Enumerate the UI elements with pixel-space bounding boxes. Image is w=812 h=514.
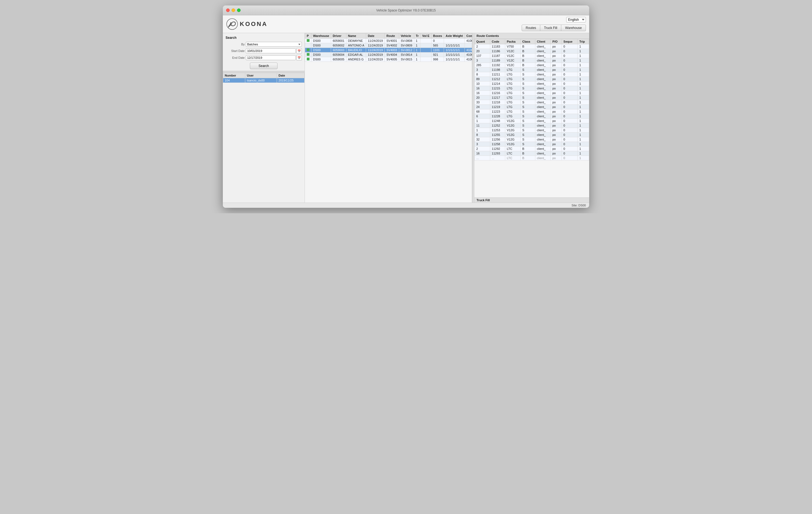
route-col-route: Route [385,33,399,38]
rc-cell-quant: 33 [475,100,490,105]
rc-row[interactable]: 3211256V12GSclient_po01 [475,137,589,142]
route-contents-table-wrap[interactable]: QuantCodePackaClassClientP/OSequeTrip 21… [474,39,589,197]
status-indicator-icon [307,53,310,56]
rc-row[interactable]: 3311218LTGSclient_po01 [475,100,589,105]
rc-cell-class: S [521,142,535,147]
rc-cell-packa: LTG [505,67,521,72]
rc-cell-po: po [551,100,561,105]
search-button[interactable]: Search [250,63,277,69]
route-cell-warehouse: DS00 [311,48,331,53]
rc-cell-trip: 1 [578,86,589,91]
logo-area: KOONA [226,18,268,30]
route-row[interactable]: DS006059003BAUDILIO11/24/2019SV4003SV-08… [305,48,472,53]
route-col-driver: Driver [331,33,346,38]
route-row[interactable]: DS006059001DEWAYNE11/24/2019SV4001SV-080… [305,38,472,43]
end-date-label: End Date [226,56,245,59]
rc-row[interactable]: 28511192V12CBclient_po01 [475,63,589,67]
title-bar: Vehicle Space Optimizer Y8.0 07E30B15 [223,5,589,15]
rc-cell-trip: 1 [578,142,589,147]
rc-cell-packa: LTG [505,109,521,114]
rc-row[interactable]: 2011186V12CBclient_po01 [475,49,589,54]
language-select[interactable]: English Spanish [566,17,586,22]
warehouse-button[interactable]: Warehouse [561,25,586,31]
rc-row[interactable]: 1111252V12GSclient_po01 [475,123,589,128]
route-cell-comentar: 41001953 [465,48,472,53]
rc-cell-class: B [521,44,535,49]
route-col-comentar: Comentar [465,33,472,38]
rc-row[interactable]: ......LTCBclient_po01 [475,156,589,161]
rc-row[interactable]: 311198LTGSclient_po01 [475,67,589,72]
rc-row[interactable]: 311189V12CBclient_po01 [475,58,589,63]
by-select[interactable]: Batches Date Driver [246,42,302,47]
rc-row[interactable]: 111248V12GSclient_po01 [475,119,589,123]
route-col-axle-weight: Axle Weight [444,33,465,38]
rc-row[interactable]: 1611215LTGSclient_po01 [475,86,589,91]
route-cell-driver: 6059004 [331,53,346,57]
rc-row[interactable]: 211183V750Bclient_po01 [475,44,589,49]
toolbar-right: English Spanish Routes Truck Fill Wareho… [522,17,586,31]
rc-cell-trip: 1 [578,91,589,95]
rc-cell-code: 11255 [490,133,505,137]
rc-cell-quant: 3 [475,67,490,72]
rc-row[interactable]: 111253V12GSclient_po01 [475,128,589,133]
rc-cell-code: 11219 [490,105,505,109]
route-row[interactable]: DS006059002ANTONIO A11/24/2019SV4002SV-0… [305,43,472,48]
rc-row[interactable]: 311258V12GSclient_po01 [475,142,589,147]
rc-cell-code: 11198 [490,67,505,72]
start-date-input[interactable] [246,48,296,53]
end-date-input[interactable] [246,55,296,60]
results-row[interactable]: 104tsancio_ds002019/11/25 [223,78,304,83]
rc-cell-seque: 0 [561,123,577,128]
results-table-wrap[interactable]: Number User Date 104tsancio_ds002019/11/… [223,73,304,203]
rc-cell-quant: 6 [475,114,490,119]
truck-fill-button[interactable]: Truck Fill [540,25,561,31]
rc-cell-trip: 1 [578,54,589,58]
minimize-button[interactable] [232,8,235,12]
right-panel-divider[interactable]: · · · [472,33,474,203]
rc-row[interactable]: 1611293LTCBclient_po01 [475,151,589,156]
rc-cell-client: client_ [535,105,551,109]
maximize-button[interactable] [237,8,240,12]
rc-cell-seque: 0 [561,100,577,105]
rc-row[interactable]: 811255V12GSclient_po01 [475,133,589,137]
rc-row[interactable]: 13711187V12CBclient_po01 [475,54,589,58]
rc-row[interactable]: 1011214LTGSclient_po01 [475,82,589,86]
rc-row[interactable]: 2011217LTGSclient_po01 [475,95,589,100]
rc-col-code: Code [490,39,505,44]
route-cell-date: 11/24/2019 [366,38,385,43]
rc-cell-code: 11256 [490,137,505,142]
rc-cell-packa: V12G [505,123,521,128]
rc-row[interactable]: 1611216LTGSclient_po01 [475,91,589,95]
results-cell-number: 104 [223,78,245,83]
rc-cell-packa: LTC [505,151,521,156]
route-row[interactable]: DS006059004EDGAR AL11/24/2019SV4004SV-08… [305,53,472,57]
rc-cell-po: po [551,156,561,161]
route-col-vehicle: Vehicle [399,33,414,38]
route-row[interactable]: DS006059005ANDRES G11/24/2019SV4005SV-08… [305,57,472,62]
rc-cell-code: 11218 [490,100,505,105]
rc-cell-quant: 8 [475,133,490,137]
route-table-wrap[interactable]: PWarehouseDriverNameDateRouteVehicleTrVo… [305,33,472,203]
rc-row[interactable]: 611228LTGSclient_po01 [475,114,589,119]
rc-row[interactable]: 2411219LTGSclient_po01 [475,105,589,109]
route-cell-vol_e [420,57,431,62]
rc-cell-seque: 0 [561,137,577,142]
rc-row[interactable]: 211292LTCBclient_po01 [475,147,589,151]
rc-cell-po: po [551,114,561,119]
close-button[interactable] [226,8,230,12]
start-date-calendar-icon[interactable]: 📅 [296,48,302,54]
rc-cell-po: po [551,133,561,137]
rc-cell-seque: 0 [561,109,577,114]
rc-row[interactable]: 8911212LTGSclient_po01 [475,77,589,82]
routes-button[interactable]: Routes [522,25,540,31]
route-cell-vol_e [420,43,431,48]
rc-cell-trip: 1 [578,63,589,67]
rc-cell-seque: 0 [561,44,577,49]
rc-cell-po: po [551,91,561,95]
rc-row[interactable]: 6811223LTGSclient_po01 [475,109,589,114]
rc-row[interactable]: 811211LTGSclient_po01 [475,72,589,77]
rc-cell-po: po [551,82,561,86]
rc-cell-seque: 0 [561,63,577,67]
end-date-calendar-icon[interactable]: 📅 [296,55,302,60]
rc-cell-packa: V12C [505,58,521,63]
